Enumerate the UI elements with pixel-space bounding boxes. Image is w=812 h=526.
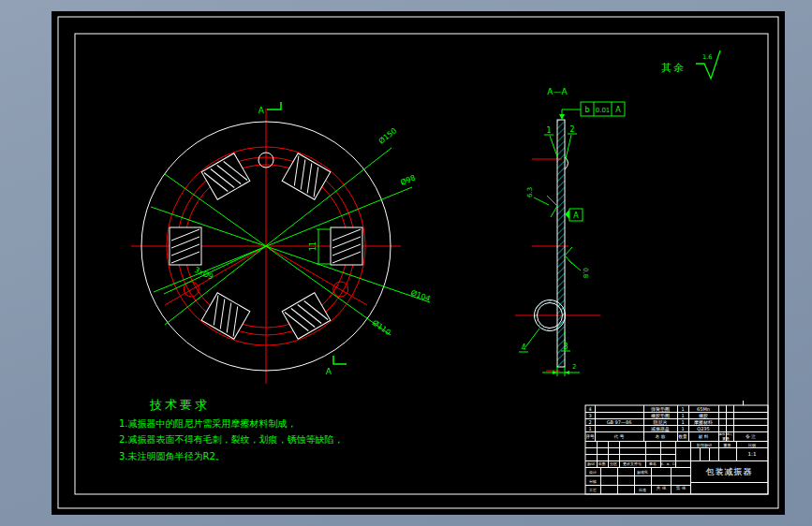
section-view: A—A (515, 87, 625, 376)
surface-note: 其余 1.6 (661, 51, 720, 79)
bom-cell: 摩擦材料 (694, 419, 713, 426)
bom-cell: 弹簧垫圈 (651, 406, 670, 413)
tb-label: 设计 (589, 470, 597, 475)
dim-thickness: 2 (572, 363, 576, 371)
tb-label: 签名 (649, 461, 657, 466)
roughness-right-value: 0.8 (582, 268, 589, 278)
title-block: 4 弹簧垫圈 1 65Mn 3 橡胶垫圈 1 橡胶 2 GB 97—86 阻尼片… (585, 401, 768, 494)
surface-note-prefix: 其余 (661, 62, 686, 74)
datum-symbol: A (565, 209, 583, 221)
tb-label: 共 张 (657, 486, 667, 490)
bom-cell: 65Mn (697, 406, 710, 412)
plan-view: Ø150 Ø98 Ø104 Ø110 3xØ9 11 A (131, 102, 432, 384)
stage-zone: 阶段标记 重量 比例 1:1 (697, 443, 756, 458)
section-label: A—A (547, 87, 568, 96)
bom-cell: GB 97—86 (607, 419, 632, 425)
tech-item-3: 3.未注明圆角半径为R2。 (119, 451, 225, 461)
roughness-right: 0.8 (565, 247, 589, 278)
bom-cell: Q235 (697, 426, 709, 431)
tech-item-1: 1.减振器中的阻尼片需采用摩擦材料制成， (119, 418, 297, 429)
feature-control-frame: b 0.01 A (559, 102, 625, 120)
bom-cell: 橡胶垫圈 (651, 413, 670, 419)
roughness-left-value: 6.3 (526, 187, 534, 197)
roughness-left: 6.3 (526, 187, 557, 217)
bom-header: 序号 代 号 名 称 数量 材 料 单件 总计 重量 备 注 (586, 432, 757, 441)
tb-label: 年、月、日 (660, 462, 675, 466)
bom-cell: 1 (588, 426, 591, 431)
dim-d2: Ø98 (399, 172, 417, 186)
bom-header-cell: 材 料 (698, 434, 709, 440)
bom-cell: 2 (588, 419, 591, 425)
bom-cell: 橡胶 (699, 413, 708, 419)
disc-section-strip (557, 120, 565, 367)
bom-cell: 1 (681, 406, 684, 412)
bom-cell: 4 (588, 406, 591, 412)
balloon-2: 2 (569, 125, 574, 134)
cad-drawing: Ø150 Ø98 Ø104 Ø110 3xØ9 11 A (52, 11, 785, 515)
bom-cell: 1 (681, 413, 684, 418)
tech-title: 技术要求 (149, 398, 210, 412)
dim-d3: Ø104 (409, 287, 432, 302)
tb-label: 工艺 (589, 488, 597, 492)
tech-requirements: 技术要求 1.减振器中的阻尼片需采用摩擦材料制成， 2.减振器表面不得有毛刺，裂… (119, 398, 344, 461)
cut-mark-bottom: A (326, 367, 332, 376)
app-window: Ø150 Ø98 Ø104 Ø110 3xØ9 11 A (0, 0, 812, 526)
bom-header-cell: 代 号 (613, 434, 625, 439)
bom-cell: 1 (681, 426, 684, 431)
cut-mark-top: A (258, 106, 265, 115)
cad-canvas[interactable]: Ø150 Ø98 Ø104 Ø110 3xØ9 11 A (52, 11, 785, 515)
title-block-labels: 标记 处数 分区 更改文件号 签名 年、月、日 设计 标准化 审核 工艺 批准 … (587, 461, 687, 492)
tb-label: 标准化 (637, 470, 648, 475)
bom-cell: 1 (681, 419, 684, 425)
balloon-4: 4 (521, 343, 525, 352)
bom-cell: 阻尼片 (654, 419, 668, 426)
bom-header-cell: 名 称 (656, 434, 666, 439)
dim-d1: Ø150 (376, 125, 398, 145)
datum-label: A (573, 212, 579, 220)
scale-value: 1:1 (748, 451, 757, 457)
fcf-datum: A (615, 106, 621, 114)
surface-note-value: 1.6 (702, 53, 712, 61)
part-name: 包装减振器 (706, 467, 753, 476)
tb-label: 更改文件号 (623, 461, 642, 466)
bom-header-cell: 备 注 (746, 434, 756, 439)
fcf-tolerance: 0.01 (596, 107, 611, 114)
bom-cell: 减振器盘 (651, 426, 670, 431)
tb-label: 批准 (639, 488, 646, 492)
tb-label: 重量 (723, 443, 731, 447)
tb-label: 第 张 (676, 486, 687, 490)
fcf-symbol: b (584, 106, 589, 114)
balloon-1: 1 (546, 126, 551, 135)
tb-label: 分区 (610, 461, 617, 466)
tb-label: 标记 (587, 461, 595, 467)
tb-label: 处数 (598, 461, 606, 466)
tech-item-2: 2.减振器表面不得有毛刺，裂纹，划痕，锈蚀等缺陷， (119, 434, 344, 445)
tb-label: 审核 (589, 479, 597, 484)
bom-header-cell: 序号 (586, 434, 596, 439)
dim-pad-height: 11 (309, 241, 317, 251)
bom-header-cell: 数量 (679, 434, 688, 439)
bom-cell: 3 (588, 413, 591, 418)
bom-header-cell: 重量 (722, 436, 730, 441)
